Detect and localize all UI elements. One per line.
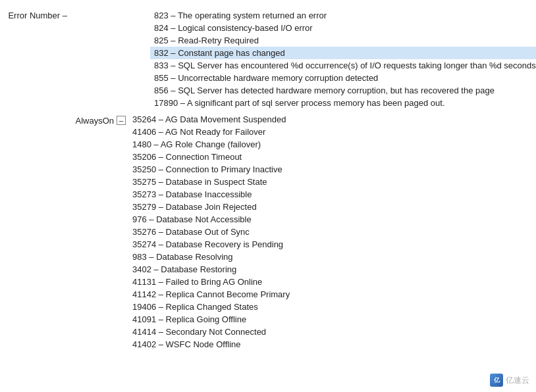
watermark: 亿 亿速云 [490, 374, 529, 387]
alwayson-item-41402: 41402 – WSFC Node Offline [128, 338, 294, 351]
error-number-label: Error Number – [0, 9, 72, 20]
top-item-832: 832 – Constant page has changed [150, 47, 536, 59]
alwayson-item-41142: 41142 – Replica Cannot Become Primary [128, 288, 294, 301]
alwayson-item-35274: 35274 – Database Recovery is Pending [128, 238, 294, 251]
alwayson-item-41131: 41131 – Failed to Bring AG Online [128, 276, 294, 288]
top-item-17890: 17890 – A significant part of sql server… [150, 97, 536, 109]
main-container: Error Number – 823 – The operating syste… [0, 0, 536, 392]
alwayson-section: AlwaysOn – 35264 – AG Data Movement Susp… [0, 113, 536, 351]
error-number-section: Error Number – 823 – The operating syste… [0, 7, 536, 112]
top-item-825: 825 – Read-Retry Required [150, 34, 536, 47]
alwayson-item-35264: 35264 – AG Data Movement Suspended [128, 113, 294, 126]
alwayson-item-41414: 41414 – Secondary Not Connected [128, 326, 294, 338]
alwayson-items-list: 35264 – AG Data Movement Suspended41406 … [128, 113, 294, 351]
alwayson-item-35206: 35206 – Connection Timeout [128, 151, 294, 163]
watermark-icon: 亿 [490, 374, 503, 387]
top-items-list: 823 – The operating system returned an e… [150, 9, 536, 109]
top-item-833: 833 – SQL Server has encountered %d occu… [150, 59, 536, 72]
alwayson-item-3402: 3402 – Database Restoring [128, 263, 294, 276]
alwayson-collapse-button[interactable]: – [117, 116, 126, 125]
alwayson-item-35276: 35276 – Database Out of Sync [128, 226, 294, 238]
alwayson-item-19406: 19406 – Replica Changed States [128, 301, 294, 313]
alwayson-item-35275: 35275 – Database in Suspect State [128, 176, 294, 188]
alwayson-item-1480: 1480 – AG Role Change (failover) [128, 138, 294, 151]
top-item-855: 855 – Uncorrectable hardware memory corr… [150, 72, 536, 84]
alwayson-item-35279: 35279 – Database Join Rejected [128, 201, 294, 213]
alwayson-item-41406: 41406 – AG Not Ready for Failover [128, 126, 294, 138]
alwayson-item-35250: 35250 – Connection to Primary Inactive [128, 163, 294, 176]
top-item-856: 856 – SQL Server has detected hardware m… [150, 84, 536, 97]
alwayson-item-35273: 35273 – Database Inaccessible [128, 188, 294, 201]
alwayson-item-41091: 41091 – Replica Going Offline [128, 313, 294, 326]
alwayson-item-976: 976 – Database Not Accessible [128, 213, 294, 226]
top-item-823: 823 – The operating system returned an e… [150, 9, 536, 22]
watermark-text: 亿速云 [506, 375, 529, 386]
top-item-824: 824 – Logical consistency-based I/O erro… [150, 22, 536, 34]
alwayson-item-983: 983 – Database Resolving [128, 251, 294, 263]
alwayson-label: AlwaysOn [75, 114, 114, 126]
alwayson-label-area: AlwaysOn – [0, 113, 128, 126]
